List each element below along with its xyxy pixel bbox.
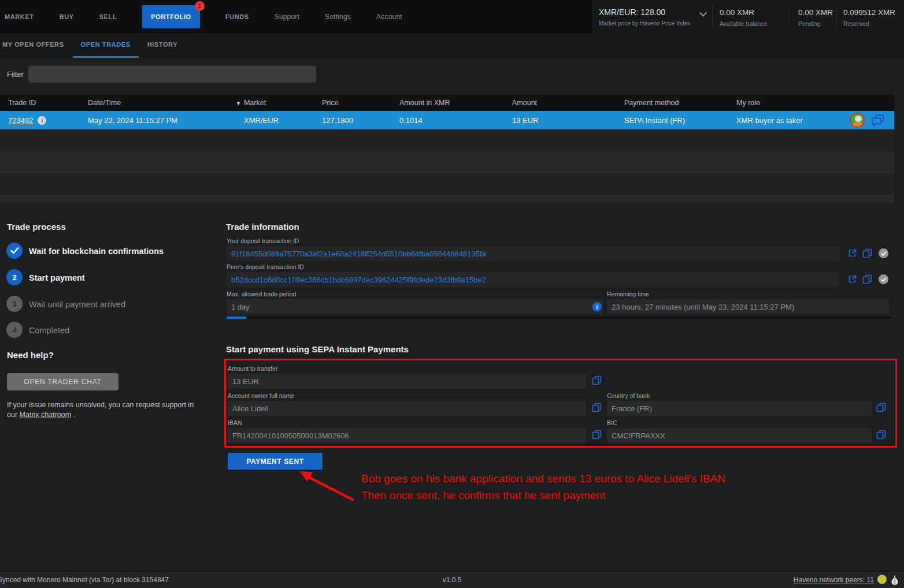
country-field[interactable]: France (FR) xyxy=(607,401,872,416)
top-nav-bar: MARKET BUY SELL PORTFOLIO 1 FUNDS Suppor… xyxy=(0,0,904,33)
bic-field[interactable]: CMCIFRPAXXX xyxy=(607,428,872,443)
col-amount[interactable]: Amount xyxy=(512,99,624,107)
help-text-suffix: . xyxy=(71,411,75,419)
nav-portfolio[interactable]: PORTFOLIO 1 xyxy=(142,5,200,28)
need-help-title: Need help? xyxy=(7,350,54,360)
network-status-dot xyxy=(877,575,887,584)
reserved-balance-value: 0.099512 XMR xyxy=(843,8,895,17)
peer-avatar[interactable] xyxy=(850,113,865,128)
matrix-chatroom-link[interactable]: Matrix chatroom xyxy=(20,411,72,419)
trade-period-progress xyxy=(227,317,891,319)
nav-support[interactable]: Support xyxy=(275,13,299,21)
copy-icon[interactable] xyxy=(592,430,602,440)
balance-panel: XMR/EUR: 128.00 Market price by Haveno P… xyxy=(592,0,904,33)
step4-label: Completed xyxy=(29,326,69,335)
iban-field[interactable]: FR1420041010050500013M02606 xyxy=(228,428,586,443)
filter-input[interactable] xyxy=(28,66,316,83)
cell-price: 127.1800 xyxy=(322,116,399,125)
copy-icon[interactable] xyxy=(876,430,886,440)
copy-icon[interactable] xyxy=(592,375,602,385)
confirmed-check-icon xyxy=(879,248,888,258)
period-info-icon[interactable] xyxy=(592,302,602,311)
copy-icon[interactable] xyxy=(862,248,872,258)
step2-label: Start payment xyxy=(29,273,85,282)
owner-field[interactable]: Alice Lidell xyxy=(228,401,586,416)
version-label: v1.0.5 xyxy=(443,576,462,584)
cell-amount: 13 EUR xyxy=(512,116,624,125)
nav-account[interactable]: Account xyxy=(376,13,402,21)
portfolio-subtabs: MY OPEN OFFERS OPEN TRADES HISTORY xyxy=(0,33,904,58)
trader-chat-icon[interactable] xyxy=(872,114,884,126)
filter-label: Filter xyxy=(7,70,24,79)
payment-sent-button[interactable]: PAYMENT SENT xyxy=(228,453,323,470)
external-link-icon[interactable] xyxy=(847,248,857,258)
status-bar: Synced with Monero Mainnet (via Tor) at … xyxy=(0,571,904,588)
open-trader-chat-button[interactable]: OPEN TRADER CHAT xyxy=(7,373,118,390)
step3-number: 3 xyxy=(6,296,23,312)
empty-row xyxy=(0,129,894,151)
peer-deposit-tx-field[interactable]: b52dccd1c6d0cc109ec366cb1bdc6897dec39624… xyxy=(227,272,840,287)
available-balance-value: 0.00 XMR xyxy=(720,8,754,17)
max-period-field[interactable]: 1 day xyxy=(227,299,603,314)
trade-id-link[interactable]: 723492 xyxy=(8,116,33,125)
trade-information-title: Trade information xyxy=(226,222,299,232)
col-amount-xmr[interactable]: Amount in XMR xyxy=(399,99,512,107)
step3-label: Wait until payment arrived xyxy=(29,300,125,309)
remaining-time-label: Remaining time xyxy=(607,291,649,297)
cell-my-role: XMR buyer as taker xyxy=(736,116,850,125)
cell-amount-xmr: 0.1014 xyxy=(399,116,512,125)
empty-row xyxy=(0,173,894,195)
pending-balance-value: 0.00 XMR xyxy=(798,8,833,17)
trades-table-header: Trade ID Date/Time ▼Market Price Amount … xyxy=(0,95,894,111)
step1-label: Wait for blockchain confirmations xyxy=(29,247,164,256)
confirmed-check-icon xyxy=(879,274,888,284)
empty-row xyxy=(0,195,894,203)
trade-process-title: Trade process xyxy=(7,222,66,232)
amount-field[interactable]: 13 EUR xyxy=(228,374,586,389)
nav-portfolio-label: PORTFOLIO xyxy=(151,13,191,20)
your-deposit-tx-field[interactable]: 91f18455d089a75770a3af2a1e60a2416ff254d5… xyxy=(227,246,840,261)
col-market[interactable]: ▼Market xyxy=(236,99,322,107)
table-row[interactable]: 723492 May 22, 2024 11:15:27 PM XMR/EUR … xyxy=(0,111,894,129)
payment-section-title: Start payment using SEPA Instant Payment… xyxy=(226,344,409,354)
annotation-line1: Bob goes on his bank application and sen… xyxy=(361,472,725,485)
external-link-icon[interactable] xyxy=(847,274,857,284)
iban-label: IBAN xyxy=(228,419,242,426)
step2-number: 2 xyxy=(6,269,23,285)
nav-settings[interactable]: Settings xyxy=(325,13,351,21)
cell-payment-method: SEPA Instant (FR) xyxy=(624,116,736,125)
market-price-selector[interactable]: XMR/EUR: 128.00 Market price by Haveno P… xyxy=(592,0,712,33)
remaining-time-field[interactable]: 23 hours, 27 minutes (until May 23, 2024… xyxy=(607,299,889,314)
haveno-app: MARKET BUY SELL PORTFOLIO 1 FUNDS Suppor… xyxy=(0,0,904,588)
reserved-balance-label: Reserved xyxy=(843,20,869,27)
tab-history[interactable]: HISTORY xyxy=(146,33,179,58)
copy-icon[interactable] xyxy=(592,403,602,412)
nav-sell[interactable]: SELL xyxy=(99,13,117,20)
cell-datetime: May 22, 2024 11:15:27 PM xyxy=(88,116,236,125)
nav-funds[interactable]: FUNDS xyxy=(225,13,249,20)
peer-deposit-label: Peer's deposit transaction ID xyxy=(227,263,304,270)
network-peers-link[interactable]: Haveno network peers: 11 xyxy=(794,576,874,584)
nav-market[interactable]: MARKET xyxy=(5,13,34,20)
col-trade-id[interactable]: Trade ID xyxy=(8,99,88,107)
market-price-value: XMR/EUR: 128.00 xyxy=(599,8,665,17)
tab-open-trades[interactable]: OPEN TRADES xyxy=(73,33,139,58)
col-payment-method[interactable]: Payment method xyxy=(624,99,736,107)
step1-done-icon xyxy=(6,243,23,259)
nav-buy[interactable]: BUY xyxy=(60,13,74,20)
tab-my-open-offers[interactable]: MY OPEN OFFERS xyxy=(1,33,65,58)
col-datetime[interactable]: Date/Time xyxy=(88,99,236,107)
owner-label: Account owner full name xyxy=(228,392,294,399)
pending-balance-label: Pending xyxy=(798,20,821,27)
trade-info-icon[interactable] xyxy=(38,116,46,125)
copy-icon[interactable] xyxy=(862,274,872,284)
empty-row xyxy=(0,151,894,173)
cell-market: XMR/EUR xyxy=(236,116,322,125)
bic-label: BIC xyxy=(607,419,617,426)
copy-icon[interactable] xyxy=(876,403,886,412)
help-text: If your issue remains unsolved, you can … xyxy=(7,400,198,420)
col-price[interactable]: Price xyxy=(322,99,399,107)
col-my-role[interactable]: My role xyxy=(736,99,850,107)
step4-number: 4 xyxy=(6,322,23,338)
annotation-arrow xyxy=(294,468,360,504)
